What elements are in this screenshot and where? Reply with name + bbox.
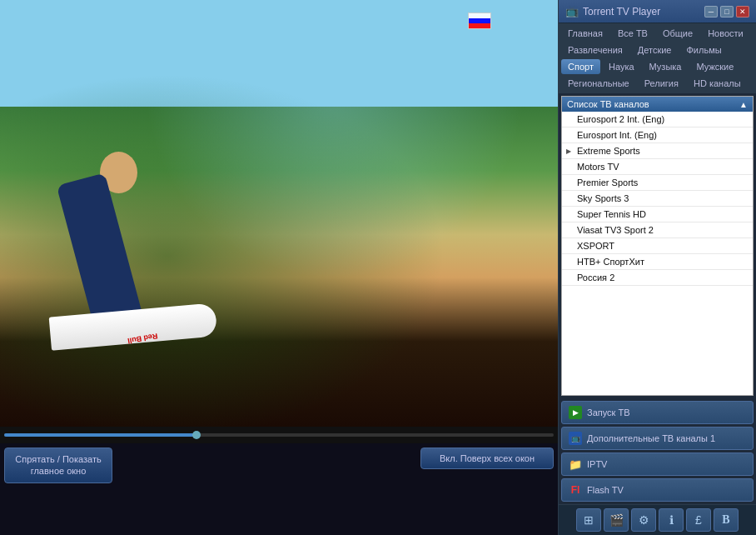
bottom-toolbar: ⊞ 🎬 ⚙ ℹ £ В: [559, 504, 756, 535]
nav-tab-regional[interactable]: Региональные: [561, 76, 636, 91]
channel-item[interactable]: Motors TV: [562, 159, 753, 175]
nav-tab-mens[interactable]: Мужские: [689, 59, 740, 74]
on-top-button[interactable]: Вкл. Поверх всех окон: [420, 448, 554, 469]
nav-tab-common[interactable]: Общие: [656, 26, 699, 41]
app-title: Torrent TV Player: [583, 6, 660, 18]
iptv-folder-icon: 📁: [569, 458, 582, 471]
nav-tab-all_tv[interactable]: Все ТВ: [611, 26, 654, 41]
extra-channels-label: Дополнительные ТВ каналы 1: [587, 433, 715, 443]
iptv-button[interactable]: 📁 IPTV: [561, 452, 754, 476]
window-controls: ─ □ ✕: [704, 6, 749, 18]
nav-tab-films[interactable]: Фильмы: [680, 42, 729, 58]
flash-tv-button[interactable]: Fl Flash TV: [561, 478, 754, 502]
toolbar-film-button[interactable]: 🎬: [604, 508, 629, 532]
progress-track[interactable]: [4, 433, 554, 437]
channel-item[interactable]: Viasat TV3 Sport 2: [562, 222, 753, 238]
nav-tab-news[interactable]: Новости: [701, 26, 750, 41]
video-area[interactable]: Red Bull: [0, 0, 558, 427]
flash-icon: Fl: [569, 483, 582, 497]
channel-list-title: Список ТВ каналов: [567, 99, 649, 109]
channel-item[interactable]: Eurosport Int. (Eng): [562, 128, 753, 143]
channel-item[interactable]: Sky Sports 3: [562, 191, 753, 207]
nav-tab-sports[interactable]: Спорт: [561, 59, 600, 74]
channel-item[interactable]: НТВ+ СпортХит: [562, 254, 753, 270]
progress-dot: [192, 431, 201, 439]
bottom-area: ▶ Запуск ТВ 📺 Дополнительные ТВ каналы 1…: [559, 398, 756, 504]
nav-tab-science[interactable]: Наука: [602, 59, 641, 74]
surfer-figure: Red Bull: [50, 110, 216, 327]
iptv-label: IPTV: [587, 459, 607, 469]
channel-item[interactable]: Eurosport 2 Int. (Eng): [562, 112, 753, 128]
player-panel: Red Bull Спрятать / Показать главное окн…: [0, 0, 558, 535]
nav-tab-kids[interactable]: Детские: [631, 42, 679, 58]
extra-channels-button[interactable]: 📺 Дополнительные ТВ каналы 1: [561, 427, 754, 450]
app-icon: 📺: [565, 5, 579, 18]
nav-tab-entertainment[interactable]: Развлечения: [561, 42, 629, 58]
channel-item[interactable]: Extreme Sports: [562, 143, 753, 159]
channel-item[interactable]: Premier Sports: [562, 175, 753, 191]
launch-tv-label: Запуск ТВ: [587, 408, 630, 418]
launch-tv-button[interactable]: ▶ Запуск ТВ: [561, 401, 754, 424]
minimize-button[interactable]: ─: [704, 6, 718, 18]
channel-item[interactable]: Россия 2: [562, 270, 753, 286]
nav-tab-main[interactable]: Главная: [561, 26, 609, 41]
close-button[interactable]: ✕: [736, 6, 749, 18]
tv-launch-icon: ▶: [569, 406, 582, 419]
toolbar-info-button[interactable]: ℹ: [659, 508, 684, 532]
maximize-button[interactable]: □: [720, 6, 734, 18]
title-bar: 📺 Torrent TV Player ─ □ ✕: [559, 0, 756, 23]
bottom-controls: Спрятать / Показать главное окно Вкл. По…: [0, 443, 558, 535]
tv-extra-icon: 📺: [569, 432, 582, 445]
channel-list[interactable]: Eurosport 2 Int. (Eng)Eurosport Int. (En…: [562, 112, 753, 395]
progress-bar-area[interactable]: [0, 427, 558, 443]
channel-item[interactable]: Super Tennis HD: [562, 207, 753, 222]
progress-fill: [4, 433, 196, 437]
hide-show-button[interactable]: Спрятать / Показать главное окно: [4, 448, 112, 483]
nav-tab-music[interactable]: Музыка: [643, 59, 689, 74]
flash-tv-label: Flash TV: [587, 485, 624, 495]
channel-list-header: Список ТВ каналов ▲: [562, 97, 753, 112]
toolbar-social-button[interactable]: В: [714, 508, 739, 532]
controls-row: Спрятать / Показать главное окно Вкл. По…: [4, 448, 554, 483]
toolbar-grid-button[interactable]: ⊞: [576, 508, 601, 532]
toolbar-settings-button[interactable]: ⚙: [631, 508, 656, 532]
nav-tab-hd[interactable]: HD каналы: [687, 76, 748, 91]
surfer-body: [57, 172, 144, 330]
right-panel: 📺 Torrent TV Player ─ □ ✕ ГлавнаяВсе ТВО…: [558, 0, 756, 535]
nav-tab-religion[interactable]: Религия: [638, 76, 685, 91]
channel-item[interactable]: XSPORT: [562, 238, 753, 254]
video-content: Red Bull: [0, 0, 558, 427]
flag-icon: [468, 12, 491, 29]
toolbar-currency-button[interactable]: £: [686, 508, 711, 532]
list-scroll-indicator: ▲: [739, 100, 748, 109]
nav-tabs: ГлавнаяВсе ТВОбщиеНовостиРазвлеченияДетс…: [559, 23, 756, 93]
channel-list-container: Список ТВ каналов ▲ Eurosport 2 Int. (En…: [561, 96, 754, 396]
